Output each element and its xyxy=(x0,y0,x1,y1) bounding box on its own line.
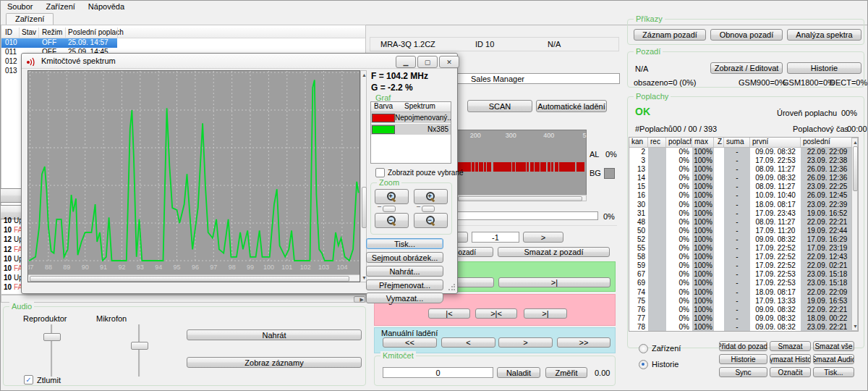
tune-fast-up-button[interactable]: >> xyxy=(557,337,610,348)
zoom-out-y-button[interactable]: − xyxy=(414,213,448,228)
scan-button[interactable]: SCAN xyxy=(467,100,532,112)
tune-up-button[interactable]: > xyxy=(498,337,553,348)
tune-down-button[interactable]: < xyxy=(441,337,495,348)
alarm-row[interactable]: 480%100%-08.09. 11:2722.09. 22:21 xyxy=(629,218,858,227)
col-stav[interactable]: Stav xyxy=(22,28,36,36)
print-button[interactable]: Tisk... xyxy=(366,238,443,249)
device-hscrollbar[interactable]: ▶ xyxy=(1,295,366,303)
band-scrollbar[interactable] xyxy=(456,195,587,201)
radio-history[interactable] xyxy=(639,360,648,369)
zoom-in-x-button[interactable]: + xyxy=(375,189,409,204)
playback-next-button[interactable]: >| xyxy=(498,277,610,287)
bg-swatch[interactable] xyxy=(604,168,615,179)
mic-slider[interactable] xyxy=(131,342,148,350)
spectrum-legend[interactable]: Barva Spektrum Nepojmenovaný...Nx385 xyxy=(370,101,451,164)
signal-last-button[interactable]: >| xyxy=(524,308,567,319)
capture-image-button[interactable]: Sejmout obrázek... xyxy=(366,252,443,263)
alarm-row[interactable]: 550%100%-17.09. 22:5217.09. 23:19 xyxy=(629,244,858,253)
measure-button[interactable]: Změřit xyxy=(545,367,587,378)
frequency-input[interactable]: 0 xyxy=(383,367,493,378)
alarm-row[interactable]: 30%100%-17.09. 22:5323.09. 22:38 xyxy=(629,156,858,165)
zoom-x-slider[interactable] xyxy=(383,206,399,211)
background-history-button[interactable]: Historie xyxy=(787,62,861,74)
next-channel-button[interactable]: > xyxy=(523,232,563,243)
mute-checkbox[interactable]: ✓ xyxy=(24,375,33,384)
audio-record-button[interactable]: Nahrát xyxy=(187,329,362,340)
alarm-row[interactable]: 740%100%-18.09. 08:1722.09. 22:09 xyxy=(629,288,858,297)
view-edit-background-button[interactable]: Zobrazit / Editovat xyxy=(710,62,783,74)
autotune-button[interactable]: Automatické ladění xyxy=(536,100,607,112)
show-records-button[interactable]: Zobraz záznamy xyxy=(187,357,362,368)
record-background-button[interactable]: Záznam pozadí xyxy=(634,29,706,41)
sync-button[interactable]: Sync xyxy=(719,367,767,377)
zoom-y-slider[interactable] xyxy=(422,206,438,211)
maximize-icon[interactable]: ▢ xyxy=(417,56,438,68)
alarm-row[interactable]: 20%100%-09.09. 08:3222.09. 22:09 xyxy=(629,148,858,156)
minimize-icon[interactable]: ▁ xyxy=(396,56,416,68)
alarm-row[interactable]: 140%100%-09.09. 08:3226.09. 12:36 xyxy=(629,174,858,182)
resize-grip[interactable] xyxy=(448,284,455,291)
remove-from-background-button[interactable]: Smazat z pozadí xyxy=(498,247,610,257)
alarm-row[interactable]: 300%100%-18.09. 08:1723.09. 22:39 xyxy=(629,201,858,209)
col-posledni-poplach[interactable]: Poslední poplach xyxy=(68,28,124,36)
signal-center-button[interactable]: >|< xyxy=(475,308,517,319)
mark-button[interactable]: Označit xyxy=(770,367,811,377)
radio-device[interactable] xyxy=(639,344,648,353)
delete-audio-button[interactable]: Smazat Audio xyxy=(813,354,854,364)
tune-button[interactable]: Naladit xyxy=(497,367,540,378)
alarm-row[interactable]: 760%100%-09.09. 08:3222.09. 22:21 xyxy=(629,306,858,314)
clear-history-button[interactable]: Vymazat Histori xyxy=(770,354,811,364)
alarm-cell: 0% xyxy=(666,191,692,200)
alarm-row[interactable]: 770%100%-09.09. 08:3218.09. 00:22 xyxy=(629,314,858,323)
analyze-spectrum-button[interactable]: Analýza spektra xyxy=(787,29,861,41)
menu-zarizeni[interactable]: Zařízení xyxy=(39,1,81,13)
alarm-row[interactable]: 160%100%-10.09. 10:4026.09. 12:45 xyxy=(629,191,858,200)
delete-spectrum-button[interactable]: Vymazat... xyxy=(366,293,443,303)
tune-fast-down-button[interactable]: << xyxy=(383,337,437,348)
alarm-cell: - xyxy=(724,297,750,306)
alarm-row[interactable]: 670%100%-17.09. 22:5323.09. 15:18 xyxy=(629,270,858,279)
show-only-selected-checkbox[interactable] xyxy=(375,168,385,177)
alarm-table[interactable]: kan rec poplach max Z suma první posledn… xyxy=(629,137,859,332)
alarm-row[interactable]: 130%100%-08.09. 11:2726.09. 12:36 xyxy=(629,165,858,174)
col-id[interactable]: ID xyxy=(5,28,12,36)
alarm-row[interactable]: 150%100%-08.09. 11:2723.09. 22:25 xyxy=(629,182,858,191)
print-button-right[interactable]: Tisk... xyxy=(813,367,854,377)
close-icon[interactable]: ✕ xyxy=(439,56,459,68)
alarm-row[interactable]: 310%100%-17.09. 23:4319.09. 16:52 xyxy=(629,209,858,218)
alarm-row[interactable]: 590%100%-17.09. 22:5222.09. 02:21 xyxy=(629,261,858,270)
band-red-segment xyxy=(555,162,558,172)
record-button[interactable]: Nahrát... xyxy=(366,266,443,277)
spectrum-graph[interactable]: 8788899091929394959697989910010110210310… xyxy=(27,70,360,282)
col-rezim[interactable]: Režim xyxy=(42,28,62,36)
graph-vscrollbar[interactable]: ▲ ▼ xyxy=(360,70,367,282)
spectrum-window[interactable]: Kmitočtové spektrum ▁ ▢ ✕ 87888990919293… xyxy=(21,53,458,294)
delete-button[interactable]: Smazat xyxy=(770,341,811,351)
spectrum-window-titlebar[interactable]: Kmitočtové spektrum xyxy=(22,54,457,69)
alarm-row[interactable]: 500%100%-17.09. 11:2019.09. 22:44 xyxy=(629,227,858,235)
alarm-row[interactable]: 780%100%-09.09. 08:3223.09. 22:21 xyxy=(629,323,858,332)
zoom-out-x-button[interactable]: − xyxy=(375,213,409,228)
delete-all-button[interactable]: Smazat vše xyxy=(813,341,854,351)
restore-background-button[interactable]: Obnova pozadí xyxy=(710,29,783,41)
device-row[interactable]: 010OFF25.09. 14:57 xyxy=(1,38,117,48)
add-to-background-button-right[interactable]: Přidat do pozadí xyxy=(719,341,767,351)
legend-row[interactable]: Nx385 xyxy=(371,124,451,135)
signal-first-button[interactable]: |< xyxy=(428,308,470,319)
alarm-row[interactable]: 580%100%-17.09. 22:5222.09. 12:43 xyxy=(629,253,858,261)
channel-input[interactable]: -1 xyxy=(472,232,519,243)
zoom-in-y-button[interactable]: + xyxy=(414,189,448,204)
legend-row[interactable]: Nepojmenovaný... xyxy=(371,112,451,123)
x-tick-label: 99 xyxy=(247,264,254,271)
alarm-row[interactable]: 750%100%-17.09. 13:3319.09. 16:53 xyxy=(629,297,858,306)
alarm-row[interactable]: 520%100%-09.09. 08:3217.09. 16:29 xyxy=(629,235,858,244)
menu-soubor[interactable]: Soubor xyxy=(1,1,39,13)
rename-button[interactable]: Přejmenovat... xyxy=(366,279,443,290)
alarm-table-scrollbar[interactable]: ▲ ▼ xyxy=(851,138,858,331)
band-tick-label: 400 xyxy=(543,132,554,139)
menu-napoveda[interactable]: Nápověda xyxy=(82,1,131,13)
speaker-slider[interactable] xyxy=(43,333,61,341)
graph-hscrollbar[interactable] xyxy=(28,274,359,282)
alarm-row[interactable]: 690%100%-17.09. 22:5323.09. 15:18 xyxy=(629,279,858,287)
history-button[interactable]: Historie xyxy=(719,354,767,364)
